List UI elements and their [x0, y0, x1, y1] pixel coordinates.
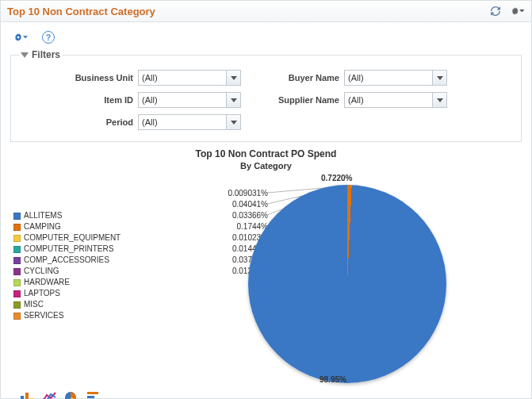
swatch-icon	[13, 313, 21, 320]
chart-type-toolbar	[20, 391, 531, 399]
legend-item: CYCLING	[13, 266, 121, 277]
collapse-icon[interactable]	[21, 52, 29, 58]
legend-label: CAMPING	[24, 221, 61, 232]
help-icon[interactable]: ?	[42, 31, 55, 44]
label-supplier-name: Supplier Name	[249, 95, 344, 105]
settings-icon[interactable]	[511, 4, 525, 18]
combo-period[interactable]: (All)	[138, 114, 241, 130]
combo-item-id[interactable]: (All)	[138, 92, 241, 108]
legend-label: LAPTOPS	[24, 288, 60, 299]
view-options-icon[interactable]	[13, 30, 28, 44]
pie-graphic	[248, 185, 446, 383]
chart-subtitle: By Category	[10, 161, 522, 171]
slice-label-top: 0.7220%	[321, 174, 352, 182]
swatch-icon	[13, 235, 21, 242]
hbar-chart-icon[interactable]	[86, 391, 101, 399]
legend-item: CAMPING	[13, 221, 121, 232]
legend-item: ALLITEMS	[13, 210, 121, 221]
legend-label: CYCLING	[24, 266, 59, 277]
combo-period-value: (All)	[142, 117, 158, 127]
legend-item: COMPUTER_PRINTERS	[13, 244, 121, 255]
legend-item: HARDWARE	[13, 277, 121, 288]
svg-rect-11	[25, 393, 29, 399]
panel-header: Top 10 Non Contract Category	[1, 1, 531, 22]
refresh-icon[interactable]	[488, 4, 503, 18]
toolbar-row: ?	[1, 22, 531, 49]
label-buyer-name: Buyer Name	[249, 73, 344, 82]
slice-label-main: 98.95%	[320, 375, 346, 384]
legend-item: LAPTOPS	[13, 288, 121, 299]
swatch-icon	[13, 290, 21, 297]
combo-item-id-value: (All)	[142, 95, 158, 105]
dashboard-panel: Top 10 Non Contract Category	[0, 0, 532, 399]
swatch-icon	[13, 301, 21, 309]
pie-chart-icon[interactable]	[64, 391, 78, 399]
svg-rect-10	[21, 396, 24, 399]
chart-title: Top 10 Non Contract PO Spend	[10, 148, 522, 159]
swatch-icon	[13, 213, 21, 220]
filters-legend-label: Filters	[32, 49, 60, 60]
combo-supplier-name[interactable]: (All)	[344, 92, 447, 108]
legend-label: SERVICES	[24, 310, 63, 321]
label-item-id: Item ID	[19, 95, 138, 105]
combo-business-unit-value: (All)	[142, 73, 158, 82]
chart-area: Top 10 Non Contract PO Spend By Category…	[10, 148, 522, 386]
chevron-down-icon[interactable]	[432, 93, 446, 107]
swatch-icon	[13, 246, 21, 253]
chevron-down-icon[interactable]	[226, 93, 240, 107]
svg-rect-15	[87, 396, 94, 398]
combo-supplier-name-value: (All)	[348, 95, 364, 105]
svg-point-1	[17, 36, 20, 39]
legend-item: COMP_ACCESSORIES	[13, 255, 121, 266]
pie-chart	[248, 185, 446, 383]
svg-rect-14	[87, 392, 98, 394]
filters-fieldset: Filters Business Unit (All) Buyer Name (…	[10, 49, 522, 142]
legend-label: MISC	[24, 299, 44, 310]
chevron-down-icon[interactable]	[226, 71, 240, 85]
legend-label: COMPUTER_PRINTERS	[24, 244, 113, 255]
filters-legend[interactable]: Filters	[19, 49, 62, 60]
label-business-unit: Business Unit	[19, 73, 138, 82]
swatch-icon	[13, 257, 21, 264]
panel-actions	[488, 4, 525, 18]
swatch-icon	[13, 279, 21, 286]
legend-label: HARDWARE	[24, 277, 70, 288]
combo-buyer-name-value: (All)	[348, 73, 364, 82]
legend-label: ALLITEMS	[24, 210, 62, 221]
label-period: Period	[19, 117, 138, 127]
filters-grid: Business Unit (All) Buyer Name (All) Ite…	[19, 65, 513, 130]
combo-buyer-name[interactable]: (All)	[344, 70, 447, 86]
swatch-icon	[13, 224, 21, 231]
legend-label: COMP_ACCESSORIES	[24, 255, 109, 266]
legend-item: SERVICES	[13, 310, 121, 321]
swatch-icon	[13, 268, 21, 275]
legend-item: MISC	[13, 299, 121, 310]
legend-label: COMPUTER_EQUIPMENT	[24, 232, 121, 244]
panel-title: Top 10 Non Contract Category	[7, 6, 155, 17]
legend-item: COMPUTER_EQUIPMENT	[13, 232, 121, 244]
combo-business-unit[interactable]: (All)	[138, 70, 241, 86]
chart-legend: ALLITEMS CAMPING COMPUTER_EQUIPMENT COMP…	[13, 210, 121, 321]
line-chart-icon[interactable]	[42, 391, 56, 399]
chevron-down-icon[interactable]	[432, 71, 446, 85]
chevron-down-icon[interactable]	[226, 115, 240, 129]
bar-chart-icon[interactable]	[20, 391, 34, 399]
